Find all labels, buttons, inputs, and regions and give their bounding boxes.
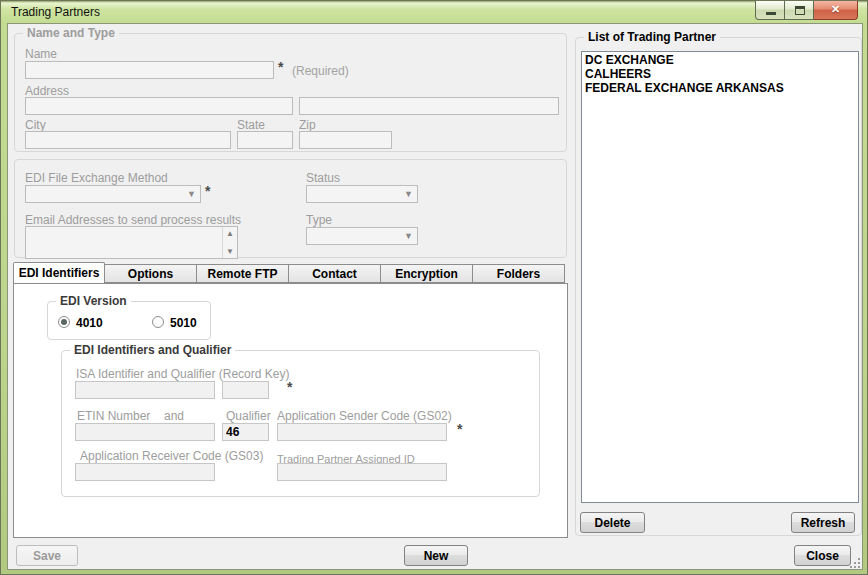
address-label: Address: [25, 84, 69, 98]
address-line2-input: [299, 97, 559, 115]
isa-qualifier-input: [222, 381, 269, 399]
status-dropdown: ▼: [306, 185, 418, 203]
state-label: State: [237, 118, 265, 132]
qualifier-label: Qualifier: [226, 409, 271, 423]
edi-version-group-label: EDI Version: [56, 294, 131, 308]
list-of-trading-partner-label: List of Trading Partner: [584, 30, 720, 44]
etin-number-input: [75, 423, 215, 441]
list-item[interactable]: FEDERAL EXCHANGE ARKANSAS: [582, 81, 858, 95]
close-button[interactable]: Close: [794, 545, 851, 566]
city-label: City: [25, 118, 46, 132]
tab-contact[interactable]: Contact: [289, 264, 381, 283]
edi-identifiers-and-qualifier-group: EDI Identifiers and Qualifier ISA Identi…: [61, 350, 540, 497]
zip-label: Zip: [299, 118, 316, 132]
type-dropdown: ▼: [306, 227, 418, 245]
resize-grip[interactable]: [850, 557, 861, 568]
application-sender-code-input: [277, 423, 447, 441]
minimize-button[interactable]: [755, 1, 785, 20]
name-and-type-group: Name and Type Name * (Required) Address …: [14, 33, 567, 152]
edi-version-group: EDI Version 4010 5010: [47, 301, 211, 340]
state-input: [237, 131, 293, 149]
tab-strip: EDI Identifiers Options Remote FTP Conta…: [13, 262, 565, 283]
minimize-icon: [766, 12, 776, 15]
trading-partners-window: Trading Partners ✕ Name and Type Name * …: [0, 0, 868, 575]
email-addresses-label: Email Addresses to send process results: [25, 213, 241, 227]
list-of-trading-partner-group: List of Trading Partner DC EXCHANGE CALH…: [575, 37, 862, 536]
new-button[interactable]: New: [404, 545, 468, 566]
application-sender-code-label: Application Sender Code (GS02): [277, 409, 452, 423]
tab-edi-identifiers[interactable]: EDI Identifiers: [13, 262, 105, 283]
list-item[interactable]: CALHEERS: [582, 67, 858, 81]
close-window-button[interactable]: ✕: [814, 1, 858, 20]
close-icon: ✕: [814, 3, 857, 16]
list-item[interactable]: DC EXCHANGE: [582, 53, 858, 67]
isa-identifier-input: [75, 381, 215, 399]
etin-number-label: ETIN Number: [77, 409, 150, 423]
name-label: Name: [25, 47, 57, 61]
caption-button-group: ✕: [755, 1, 858, 20]
chevron-down-icon: ▼: [404, 189, 413, 200]
exchange-settings-group: EDI File Exchange Method ▼ * Status ▼ Em…: [14, 159, 567, 258]
radio-5010-label[interactable]: 5010: [170, 316, 197, 330]
required-note: (Required): [292, 64, 349, 78]
isa-required-asterisk: *: [287, 379, 292, 395]
maximize-button[interactable]: [785, 1, 814, 20]
trading-partner-assigned-id-input: [277, 463, 447, 481]
edi-file-exchange-method-dropdown: ▼: [25, 185, 201, 203]
edi-identifiers-tab-panel: EDI Version 4010 5010 EDI Identifiers an…: [13, 283, 568, 538]
edi-identifiers-and-qualifier-group-label: EDI Identifiers and Qualifier: [70, 343, 235, 357]
window-title: Trading Partners: [11, 5, 100, 19]
delete-button[interactable]: Delete: [580, 512, 645, 533]
and-label: and: [164, 409, 184, 423]
edi-file-exchange-method-label: EDI File Exchange Method: [25, 171, 168, 185]
application-receiver-code-label: Application Receiver Code (GS03): [80, 449, 263, 463]
client-area: Name and Type Name * (Required) Address …: [7, 23, 863, 570]
radio-4010-label[interactable]: 4010: [76, 316, 103, 330]
zip-input: [299, 131, 392, 149]
tab-encryption[interactable]: Encryption: [381, 264, 473, 283]
method-required-asterisk: *: [205, 183, 210, 199]
title-bar[interactable]: Trading Partners ✕: [1, 1, 867, 23]
maximize-icon: [795, 6, 805, 15]
refresh-button[interactable]: Refresh: [791, 512, 855, 533]
tab-options[interactable]: Options: [105, 264, 197, 283]
tab-folders[interactable]: Folders: [473, 264, 565, 283]
tab-remote-ftp[interactable]: Remote FTP: [197, 264, 289, 283]
city-input: [25, 131, 231, 149]
sender-required-asterisk: *: [457, 421, 462, 437]
textarea-scrollbar: ▲ ▼: [222, 227, 237, 258]
address-line1-input: [25, 97, 293, 115]
save-button: Save: [16, 545, 78, 566]
scroll-down-icon: ▼: [223, 247, 237, 256]
name-input: [25, 61, 274, 79]
name-required-asterisk: *: [278, 59, 283, 75]
radio-5010[interactable]: [152, 316, 164, 328]
application-receiver-code-input: [75, 463, 215, 481]
trading-partner-listbox[interactable]: DC EXCHANGE CALHEERS FEDERAL EXCHANGE AR…: [581, 51, 859, 503]
chevron-down-icon: ▼: [404, 231, 413, 242]
radio-4010[interactable]: [58, 316, 70, 328]
type-label: Type: [306, 213, 332, 227]
scroll-up-icon: ▲: [223, 229, 237, 238]
qualifier-input: [222, 423, 269, 441]
isa-identifier-label: ISA Identifier and Qualifier (Record Key…: [76, 367, 289, 381]
chevron-down-icon: ▼: [187, 189, 196, 200]
name-and-type-group-label: Name and Type: [23, 26, 119, 40]
email-addresses-textarea: ▲ ▼: [25, 226, 238, 259]
status-label: Status: [306, 171, 340, 185]
